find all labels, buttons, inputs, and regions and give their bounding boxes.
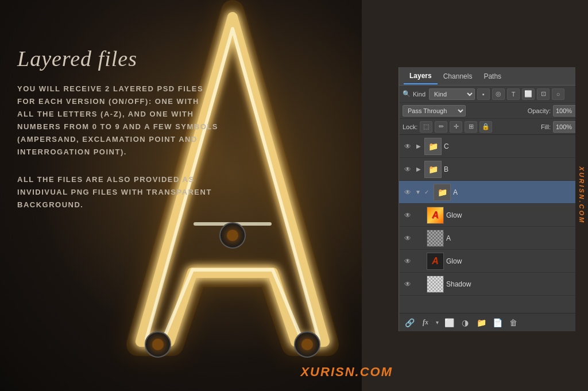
text-layer-icon[interactable]: T xyxy=(507,88,520,100)
adjustment-layer-icon[interactable]: ◎ xyxy=(492,88,505,100)
kind-label: Kind xyxy=(413,91,425,98)
layer-name-shadow: Shadow xyxy=(446,280,585,288)
layer-item-glow2[interactable]: 👁 A Glow xyxy=(399,250,588,273)
visibility-a-layer[interactable]: 👁 xyxy=(403,233,413,243)
panel-bottom-toolbar: 🔗 fx ▾ ⬜ ◑ 📁 📄 🗑 xyxy=(399,313,588,331)
pixel-layer-icon[interactable]: ▪ xyxy=(477,88,490,100)
layer-item-a-folder[interactable]: 👁 ▼ ✓ 📁 A xyxy=(399,181,588,204)
link-icon[interactable]: 🔗 xyxy=(404,318,415,327)
left-panel: Layered files YOU WILL RECEIVE 2 LAYERED… xyxy=(17,46,218,226)
blend-row: Pass Through Normal Multiply Screen Opac… xyxy=(399,103,588,119)
lock-row: Lock: ⬚ ✏ ✛ ⊞ 🔒 Fill: ▾ xyxy=(399,119,588,135)
lock-position-icon[interactable]: ✛ xyxy=(450,121,462,133)
visibility-shadow[interactable]: 👁 xyxy=(403,279,413,289)
empty-icon[interactable]: ○ xyxy=(552,88,564,100)
kind-select[interactable]: Kind xyxy=(429,88,475,100)
visibility-glow1[interactable]: 👁 xyxy=(403,210,413,220)
visibility-b[interactable]: 👁 xyxy=(403,164,413,175)
thumb-shadow xyxy=(427,276,444,293)
lock-label: Lock: xyxy=(403,123,417,130)
kind-row: 🔍 Kind Kind ▪ ◎ T ⬜ ⊡ ○ xyxy=(399,86,588,103)
folder-new-icon[interactable]: 📁 xyxy=(475,318,487,327)
visibility-c[interactable]: 👁 xyxy=(403,141,413,152)
expand-b[interactable]: ▶ xyxy=(415,166,422,173)
shape-layer-icon[interactable]: ⬜ xyxy=(522,88,535,100)
lock-pixels-icon[interactable]: ✏ xyxy=(435,121,447,133)
tab-layers[interactable]: Layers xyxy=(404,68,438,84)
thumb-c: 📁 xyxy=(424,138,442,155)
tab-channels[interactable]: Channels xyxy=(438,69,478,84)
thumb-glow1: A xyxy=(427,207,444,224)
glow1-thumb-letter: A xyxy=(432,210,439,220)
layer-name-b: B xyxy=(444,165,585,173)
paragraph-2: ALL THE FILES ARE ALSO PROVIDED AS INVID… xyxy=(17,173,218,211)
blend-mode-select[interactable]: Pass Through Normal Multiply Screen xyxy=(403,105,466,117)
glow2-thumb-letter: A xyxy=(432,256,439,266)
thumb-b: 📁 xyxy=(424,161,442,178)
fill-label: Fill: xyxy=(541,123,551,130)
visibility-glow2[interactable]: 👁 xyxy=(403,256,413,266)
layer-item-c[interactable]: 👁 ▶ 📁 C xyxy=(399,135,588,158)
thumb-a-folder: 📁 xyxy=(434,184,451,201)
folder-icon-a: 📁 xyxy=(438,188,447,197)
layer-item-b[interactable]: 👁 ▶ 📁 B xyxy=(399,158,588,181)
layer-name-a-folder: A xyxy=(453,188,585,196)
lock-all-icon[interactable]: 🔒 xyxy=(479,121,492,133)
layers-panel: Layers Channels Paths ≡ 🔍 Kind Kind ▪ ◎ … xyxy=(399,67,588,331)
opacity-label: Opacity: xyxy=(528,107,551,114)
tab-paths[interactable]: Paths xyxy=(478,69,507,84)
folder-icon-b: 📁 xyxy=(428,165,438,174)
panel-title: Layered files xyxy=(17,46,218,71)
layer-name-glow1: Glow xyxy=(446,211,585,219)
search-icon: 🔍 xyxy=(403,90,411,98)
watermark-bottom: XURISN.COM xyxy=(300,365,393,380)
layer-item-shadow[interactable]: 👁 Shadow xyxy=(399,273,588,296)
expand-c[interactable]: ▶ xyxy=(415,143,422,150)
fx-arrow[interactable]: ▾ xyxy=(436,319,439,326)
layer-item-glow1[interactable]: 👁 A Glow xyxy=(399,204,588,227)
layer-name-c: C xyxy=(444,142,585,150)
adjustment-icon[interactable]: ◑ xyxy=(459,318,471,327)
mask-icon[interactable]: ⬜ xyxy=(443,318,455,327)
panel-tabs: Layers Channels Paths ≡ xyxy=(399,67,588,86)
watermark-side-text: XURISN.COM xyxy=(578,167,585,224)
layer-item-a-layer[interactable]: 👁 A xyxy=(399,227,588,250)
check-a: ✓ xyxy=(424,189,431,195)
layer-name-a-layer: A xyxy=(446,234,585,242)
paragraph-1: YOU WILL RECEIVE 2 LAYERED PSD FILES FOR… xyxy=(17,83,218,159)
new-layer-icon[interactable]: 📄 xyxy=(492,318,503,327)
watermark-side: XURISN.COM xyxy=(575,0,588,391)
layer-name-glow2: Glow xyxy=(446,257,585,265)
fx-icon[interactable]: fx xyxy=(420,318,431,327)
visibility-a-folder[interactable]: 👁 xyxy=(403,187,413,198)
expand-a[interactable]: ▼ xyxy=(415,189,422,195)
smart-object-icon[interactable]: ⊡ xyxy=(537,88,550,100)
lock-artboard-icon[interactable]: ⊞ xyxy=(465,121,477,133)
folder-icon-c: 📁 xyxy=(428,142,438,151)
delete-icon[interactable]: 🗑 xyxy=(508,318,519,327)
thumb-glow2: A xyxy=(427,253,444,270)
thumb-a-layer xyxy=(427,230,444,247)
layers-list: 👁 ▶ 📁 C 👁 ▶ 📁 B 👁 ▼ ✓ 📁 A xyxy=(399,135,588,313)
lock-transparent-icon[interactable]: ⬚ xyxy=(420,121,432,133)
